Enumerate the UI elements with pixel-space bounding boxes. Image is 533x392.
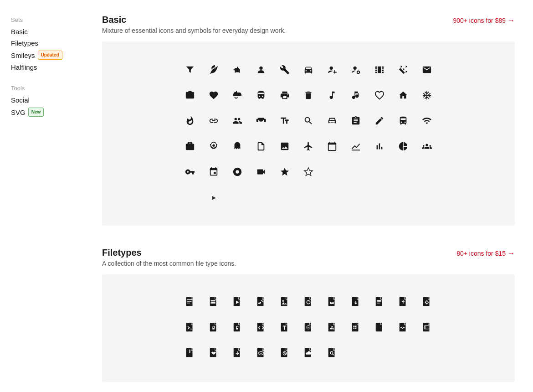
svg-rect-55 — [257, 348, 264, 357]
ft-text-lines — [369, 293, 390, 313]
svg-rect-28 — [377, 301, 381, 302]
basic-set-header: Basic Mixture of essential icons and sym… — [102, 15, 515, 34]
ft-search — [322, 344, 342, 364]
icon-heart-filled — [204, 85, 224, 105]
sidebar-item-halflings[interactable]: Halflings — [11, 62, 80, 72]
icon-star-filled — [275, 162, 295, 182]
basic-icon-grid: ▸ — [180, 60, 437, 207]
svg-rect-60 — [328, 348, 335, 357]
ft-grid — [346, 318, 366, 338]
sidebar-item-social[interactable]: Social — [11, 95, 80, 105]
ft-text — [275, 318, 295, 338]
sidebar-item-svg[interactable]: SVG New — [11, 107, 80, 118]
svg-point-6 — [330, 121, 331, 123]
icon-mail — [417, 60, 437, 80]
icon-fire — [180, 111, 200, 131]
icon-magic — [393, 60, 413, 80]
svg-rect-11 — [187, 303, 190, 303]
ft-settings — [417, 293, 437, 313]
sidebar-social-label: Social — [11, 96, 30, 104]
svg-rect-54 — [234, 348, 240, 357]
svg-rect-46 — [354, 328, 355, 329]
spacer6 — [180, 187, 200, 207]
icon-music-note — [322, 85, 342, 105]
spacer8 — [251, 187, 271, 207]
icon-image — [275, 136, 295, 156]
sidebar-svg-label: SVG — [11, 108, 26, 116]
sidebar-basic-label: Basic — [11, 28, 28, 36]
icon-user-settings — [346, 60, 366, 80]
spacer4 — [393, 162, 413, 182]
icon-calendar2 — [204, 162, 224, 182]
sets-section-label: Sets — [11, 16, 80, 23]
filetypes-set-header: Filetypes A collection of the most commo… — [102, 248, 515, 267]
sidebar-smileys-label: Smileys — [11, 52, 35, 59]
ft-video — [227, 293, 247, 313]
sidebar-item-smileys[interactable]: Smileys Updated — [11, 50, 80, 61]
main-content: Basic Mixture of essential icons and sym… — [91, 0, 533, 392]
ft-save — [346, 293, 366, 313]
basic-set-description: Mixture of essential icons and symbols f… — [102, 27, 286, 34]
icon-bus — [251, 85, 271, 105]
svg-rect-33 — [186, 323, 193, 331]
icon-broadcast — [227, 162, 247, 182]
icon-user — [251, 60, 271, 80]
icon-printer — [275, 85, 295, 105]
icon-heart-outline — [369, 85, 390, 105]
filetypes-set-title: Filetypes — [102, 248, 236, 258]
icon-add-user — [322, 60, 342, 80]
icon-document — [251, 136, 271, 156]
ft-terminal — [180, 318, 200, 338]
icon-pie-chart — [393, 136, 413, 156]
svg-rect-27 — [377, 300, 381, 301]
spacer2 — [346, 162, 366, 182]
spacer5 — [417, 162, 437, 182]
svg-point-7 — [333, 121, 335, 123]
sidebar-item-basic[interactable]: Basic — [11, 27, 80, 36]
svg-rect-14 — [213, 300, 215, 302]
basic-cta-link[interactable]: 900+ icons for $89 → — [453, 16, 515, 25]
svg-rect-15 — [211, 302, 213, 304]
ft-photo — [298, 293, 318, 313]
svg-rect-48 — [376, 323, 382, 331]
svg-rect-31 — [423, 297, 430, 306]
ft-block — [275, 344, 295, 364]
icon-team — [417, 136, 437, 156]
ft-zip — [180, 344, 200, 364]
ft-spreadsheet — [204, 293, 224, 313]
svg-rect-13 — [211, 300, 213, 302]
svg-rect-37 — [236, 328, 238, 330]
ft-unlocked — [227, 318, 247, 338]
icon-glasses — [251, 111, 271, 131]
svg-rect-24 — [328, 297, 335, 306]
icon-film — [369, 60, 390, 80]
mouse-cursor: ▸ — [204, 187, 224, 207]
ft-doc — [180, 293, 200, 313]
icon-bus2 — [393, 111, 413, 131]
sidebar: Sets Basic Filetypes Smileys Updated Hal… — [0, 0, 91, 392]
icon-home — [393, 85, 413, 105]
filetypes-cta-link[interactable]: 80+ icons for $15 → — [456, 249, 515, 258]
svg-point-1 — [330, 67, 333, 70]
ft-wave — [393, 318, 413, 338]
svg-rect-25 — [352, 297, 359, 306]
spacer3 — [369, 162, 390, 182]
ft-package — [417, 318, 437, 338]
svg-rect-10 — [187, 301, 192, 301]
icon-search — [298, 111, 318, 131]
icon-suitcase — [180, 136, 200, 156]
ft-heart — [204, 344, 224, 364]
icon-clipboard — [346, 111, 366, 131]
icon-pencil — [369, 111, 390, 131]
tools-section-label: Tools — [11, 85, 80, 92]
svg-rect-44 — [354, 326, 355, 327]
icon-tools — [275, 60, 295, 80]
basic-cta-arrow: → — [507, 16, 515, 25]
spacer7 — [227, 187, 247, 207]
svg-rect-29 — [377, 303, 380, 303]
sidebar-item-filetypes[interactable]: Filetypes — [11, 38, 80, 48]
sidebar-tools-section: Tools Social SVG New — [11, 85, 80, 118]
ft-camera — [322, 293, 342, 313]
icon-signal — [417, 111, 437, 131]
icon-camera — [180, 85, 200, 105]
